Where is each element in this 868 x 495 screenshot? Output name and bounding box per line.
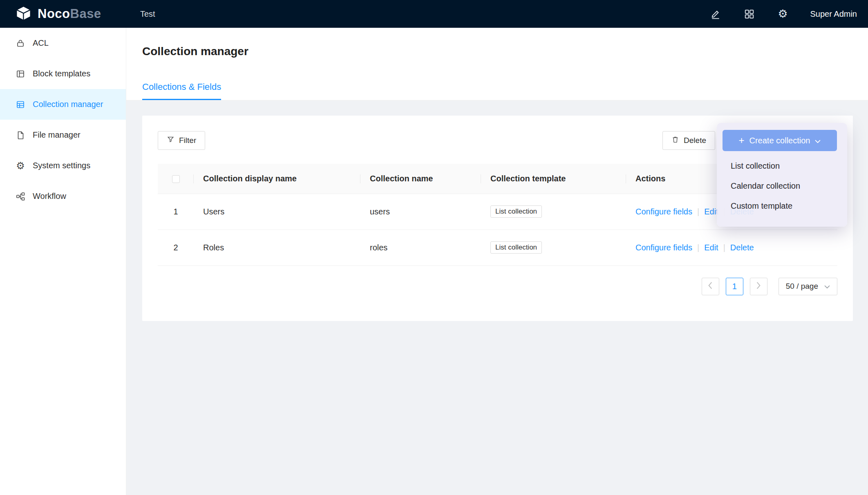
filter-button-label: Filter xyxy=(179,136,196,145)
sidebar-item-file-manager[interactable]: File manager xyxy=(0,120,126,150)
action-separator: | xyxy=(697,243,699,252)
workflow-icon xyxy=(15,191,26,202)
page-size-select[interactable]: 50 / page xyxy=(779,278,837,295)
nav-menu-item-test[interactable]: Test xyxy=(140,9,155,19)
lock-icon xyxy=(15,38,26,49)
sidebar-item-system-settings[interactable]: ⚙ System settings xyxy=(0,150,126,181)
pagination-prev-button[interactable] xyxy=(702,278,719,295)
gear-icon: ⚙ xyxy=(15,161,26,171)
row-index: 1 xyxy=(158,194,194,230)
sidebar-item-label: System settings xyxy=(33,161,90,170)
action-separator: | xyxy=(697,207,699,216)
delete-selected-button[interactable]: Delete xyxy=(662,131,715,150)
menu-item-list-collection[interactable]: List collection xyxy=(723,156,841,176)
navbar-right-group: ⚙ Super Admin xyxy=(709,8,868,20)
template-tag: List collection xyxy=(490,241,542,254)
column-header-template: Collection template xyxy=(481,164,626,194)
page-size-value: 50 / page xyxy=(786,282,818,291)
table-icon xyxy=(15,99,26,110)
action-separator: | xyxy=(723,243,725,252)
settings-sidebar: ACL Block templates Collection manager xyxy=(0,28,126,495)
brand-name: NocoBase xyxy=(38,7,101,21)
chevron-down-icon xyxy=(815,136,821,145)
filter-funnel-icon xyxy=(167,136,174,145)
cell-name: roles xyxy=(360,230,481,265)
chevron-right-icon xyxy=(756,282,761,291)
column-header-display-name: Collection display name xyxy=(194,164,360,194)
sidebar-item-label: Workflow xyxy=(33,192,66,201)
configure-fields-link[interactable]: Configure fields xyxy=(635,243,692,252)
table-row: 2 Roles roles List collection Configure … xyxy=(158,230,837,265)
configure-fields-link[interactable]: Configure fields xyxy=(635,207,692,216)
column-header-name: Collection name xyxy=(360,164,481,194)
top-navbar: NocoBase Test ⚙ Super Admin xyxy=(0,0,868,28)
edit-link[interactable]: Edit xyxy=(704,243,718,252)
edit-link[interactable]: Edit xyxy=(704,207,718,216)
sidebar-item-label: ACL xyxy=(33,38,49,48)
sidebar-item-collection-manager[interactable]: Collection manager xyxy=(0,89,126,120)
current-user-label[interactable]: Super Admin xyxy=(810,9,857,19)
sidebar-item-label: Block templates xyxy=(33,69,90,78)
nocobase-logo-icon xyxy=(15,5,32,23)
settings-gear-icon[interactable]: ⚙ xyxy=(776,8,789,20)
cell-name: users xyxy=(360,194,481,230)
page-title: Collection manager xyxy=(142,44,868,59)
page-header: Collection manager Collections & Fields xyxy=(126,28,868,100)
create-collection-dropdown: + Create collection List collection Cale… xyxy=(717,123,847,227)
chevron-left-icon xyxy=(708,282,713,291)
highlighter-icon[interactable] xyxy=(709,8,722,20)
tab-collections-fields[interactable]: Collections & Fields xyxy=(142,81,221,100)
plugins-grid-icon[interactable] xyxy=(743,8,755,20)
sidebar-item-acl[interactable]: ACL xyxy=(0,28,126,58)
filter-button[interactable]: Filter xyxy=(158,131,205,150)
pagination-page-1[interactable]: 1 xyxy=(726,278,743,295)
menu-item-calendar-collection[interactable]: Calendar collection xyxy=(723,176,841,196)
nocobase-logo[interactable]: NocoBase xyxy=(0,5,126,23)
layout-icon xyxy=(15,69,26,79)
pagination-next-button[interactable] xyxy=(750,278,767,295)
delete-link[interactable]: Delete xyxy=(730,243,754,252)
cell-display-name: Users xyxy=(194,194,360,230)
trash-icon xyxy=(671,136,679,145)
template-tag: List collection xyxy=(490,205,542,218)
sidebar-item-workflow[interactable]: Workflow xyxy=(0,181,126,212)
pagination: 1 50 / page xyxy=(158,278,837,295)
chevron-down-icon xyxy=(824,282,830,291)
delete-button-label: Delete xyxy=(684,136,706,145)
file-icon xyxy=(15,130,26,140)
cell-display-name: Roles xyxy=(194,230,360,265)
sidebar-item-label: Collection manager xyxy=(33,100,103,109)
create-collection-label: Create collection xyxy=(749,136,810,145)
create-collection-menu: List collection Calendar collection Cust… xyxy=(723,156,841,216)
row-index: 2 xyxy=(158,230,194,265)
menu-item-custom-template[interactable]: Custom template xyxy=(723,196,841,216)
sidebar-item-block-templates[interactable]: Block templates xyxy=(0,58,126,89)
plus-icon: + xyxy=(739,136,745,145)
select-all-checkbox[interactable] xyxy=(172,175,180,183)
sidebar-item-label: File manager xyxy=(33,130,81,140)
create-collection-button[interactable]: + Create collection xyxy=(723,130,837,151)
